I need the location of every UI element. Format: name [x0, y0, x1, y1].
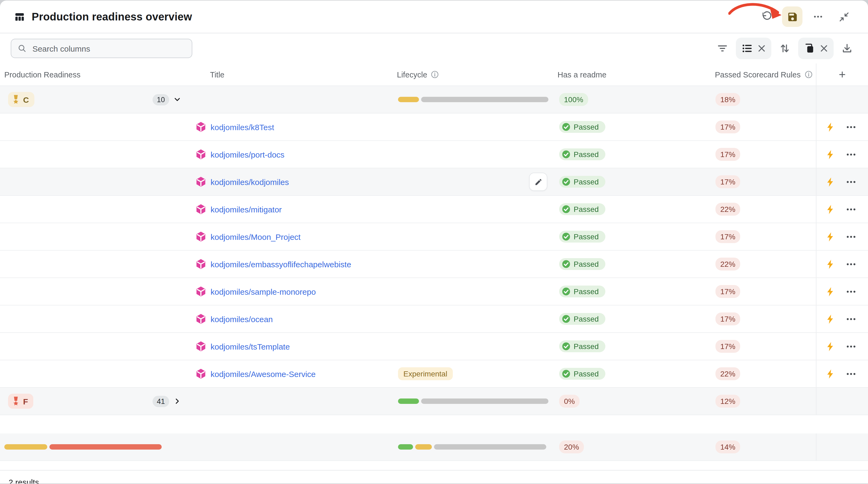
lifecycle-summary-bar [398, 444, 546, 450]
ellipsis-icon [846, 263, 856, 265]
row-menu-button[interactable] [846, 153, 856, 156]
table-row: kodjomiles/k8Test Passed 17% [0, 113, 868, 141]
run-action-button[interactable] [826, 286, 835, 296]
column-title[interactable]: Title [193, 70, 393, 79]
run-action-button[interactable] [826, 369, 835, 379]
row-menu-button[interactable] [846, 263, 856, 265]
run-action-button[interactable] [826, 204, 835, 214]
scorecard-pill: 17% [715, 148, 740, 161]
package-icon [195, 314, 206, 324]
column-passed-scorecard-rules[interactable]: Passed Scorecard Rules [711, 70, 816, 79]
medal-icon [12, 396, 19, 406]
run-action-button[interactable] [826, 314, 835, 324]
run-action-button[interactable] [826, 122, 835, 132]
column-lifecycle[interactable]: Lifecycle [393, 70, 554, 79]
production-readiness-widget: Production readiness overview [0, 1, 868, 483]
scorecard-pill: 17% [715, 312, 740, 325]
lightning-icon [826, 149, 835, 160]
row-menu-button[interactable] [846, 290, 856, 293]
column-production-readiness[interactable]: Production Readiness [0, 70, 193, 79]
ellipsis-icon [846, 318, 856, 320]
grade-badge: F [8, 394, 33, 409]
more-options-button[interactable] [808, 6, 828, 27]
passed-badge: Passed [559, 258, 605, 270]
table-body: C 10 100% 18% [0, 86, 868, 415]
ellipsis-icon [846, 372, 856, 375]
edit-lifecycle-button[interactable] [529, 173, 547, 191]
readme-summary-pill: 20% [559, 440, 584, 453]
download-icon [841, 42, 853, 54]
row-menu-button[interactable] [846, 372, 856, 375]
package-icon [195, 286, 206, 297]
entity-link[interactable]: kodjomiles/embassyoflifechapelwebiste [211, 259, 351, 268]
save-button[interactable] [782, 6, 803, 27]
lifecycle-badge: Experimental [398, 367, 453, 380]
lightning-icon [826, 286, 835, 296]
entity-link[interactable]: kodjomiles/tsTemplate [211, 342, 290, 351]
filter-button[interactable] [713, 39, 732, 58]
row-menu-button[interactable] [846, 235, 856, 238]
lightning-icon [826, 369, 835, 379]
passed-badge: Passed [559, 340, 605, 352]
table-row: kodjomiles/mitigator Passed 22% [0, 196, 868, 223]
entity-link[interactable]: kodjomiles/mitigator [211, 205, 282, 214]
run-action-button[interactable] [826, 231, 835, 242]
group-count[interactable]: 41 [153, 396, 169, 407]
readiness-summary-bar [4, 444, 193, 450]
entity-link[interactable]: kodjomiles/Moon_Project [211, 232, 301, 241]
run-action-button[interactable] [826, 177, 835, 187]
results-count: 2 results [9, 478, 39, 483]
package-icon [195, 231, 206, 242]
page-title: Production readiness overview [32, 10, 192, 23]
clear-group-by-button[interactable] [757, 44, 766, 53]
copy-view-button[interactable] [804, 42, 815, 54]
search-input[interactable] [31, 43, 185, 54]
collapse-button[interactable] [834, 6, 854, 27]
clear-copy-view-button[interactable] [820, 44, 828, 53]
search-box[interactable] [11, 39, 192, 58]
ellipsis-icon [846, 345, 856, 348]
lightning-icon [826, 341, 835, 351]
scorecard-pill: 18% [715, 93, 740, 106]
info-icon[interactable] [804, 70, 812, 79]
entity-link[interactable]: kodjomiles/kodjomiles [211, 177, 289, 186]
grade-badge: C [8, 92, 34, 107]
summary-row: 20% 14% [0, 433, 868, 461]
table-row: kodjomiles/tsTemplate Passed 17% [0, 333, 868, 360]
passed-badge: Passed [559, 285, 605, 297]
run-action-button[interactable] [826, 149, 835, 160]
table-row: kodjomiles/kodjomiles Passed 17% [0, 168, 868, 196]
lightning-icon [826, 122, 835, 132]
chevron-down-icon[interactable] [173, 95, 182, 104]
table-row: kodjomiles/embassyoflifechapelwebiste Pa… [0, 251, 868, 278]
medal-icon [12, 95, 19, 104]
passed-badge: Passed [559, 148, 605, 160]
entity-link[interactable]: kodjomiles/k8Test [211, 122, 274, 132]
close-icon [820, 44, 828, 53]
entity-link[interactable]: kodjomiles/ocean [211, 314, 273, 323]
row-menu-button[interactable] [846, 180, 856, 183]
group-count[interactable]: 10 [153, 94, 169, 105]
row-menu-button[interactable] [846, 318, 856, 320]
ellipsis-icon [846, 290, 856, 293]
chevron-right-icon[interactable] [173, 397, 182, 405]
add-column-button[interactable]: + [816, 63, 868, 86]
entity-link[interactable]: kodjomiles/Awesome-Service [211, 369, 316, 378]
entity-link[interactable]: kodjomiles/sample-monorepo [211, 287, 316, 296]
column-has-a-readme[interactable]: Has a readme [554, 70, 711, 79]
row-menu-button[interactable] [846, 208, 856, 210]
undo-button[interactable] [756, 6, 777, 27]
check-circle-icon [562, 369, 570, 378]
run-action-button[interactable] [826, 341, 835, 351]
group-by-button[interactable] [741, 42, 753, 54]
run-action-button[interactable] [826, 259, 835, 269]
sort-button[interactable] [776, 39, 794, 58]
row-menu-button[interactable] [846, 125, 856, 128]
group-row: F 41 0% 12% [0, 388, 868, 415]
download-button[interactable] [838, 39, 856, 58]
info-icon[interactable] [431, 70, 439, 79]
package-icon [195, 341, 206, 352]
row-menu-button[interactable] [846, 345, 856, 348]
save-icon [786, 11, 798, 22]
entity-link[interactable]: kodjomiles/port-docs [211, 150, 284, 159]
